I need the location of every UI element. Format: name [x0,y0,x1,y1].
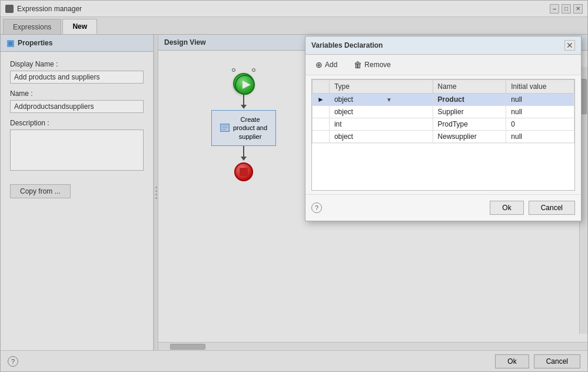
row-arrow: ► [313,94,330,106]
row-initial-value[interactable]: null [506,131,574,143]
row-name[interactable]: Newsupplier [433,131,506,143]
dialog-title-bar: Variables Declaration ✕ [305,36,581,55]
row-arrow [313,131,330,143]
row-initial-value[interactable]: null [506,106,574,118]
row-initial-value[interactable]: 0 [506,118,574,131]
table-header-row: Type Name Initial value [313,80,574,94]
row-type[interactable]: object [329,106,433,118]
modal-overlay: Variables Declaration ✕ ⊕ Add 🗑 Remove [1,1,587,371]
dialog-close-button[interactable]: ✕ [564,40,575,51]
row-name[interactable]: ProdType [433,118,506,131]
type-dropdown-button[interactable]: ▼ [385,97,393,103]
table-row[interactable]: int ProdType 0 [313,118,574,131]
remove-icon: 🗑 [354,60,362,69]
row-type[interactable]: object [329,131,433,143]
dialog-cancel-button[interactable]: Cancel [529,201,575,215]
add-button[interactable]: ⊕ Add [311,58,341,71]
row-name[interactable]: Supplier [433,106,506,118]
dialog-help-button[interactable]: ? [311,202,322,213]
variables-table: Type Name Initial value ► object [312,79,574,143]
add-icon: ⊕ [315,60,323,69]
remove-button[interactable]: 🗑 Remove [350,58,395,71]
table-row[interactable]: ► object ▼ Product null [313,94,574,106]
col-type-header: Type [329,80,433,94]
dialog-ok-button[interactable]: Ok [490,201,523,215]
dialog-title: Variables Declaration [311,41,383,49]
col-name-header: Name [433,80,506,94]
dialog-toolbar: ⊕ Add 🗑 Remove [305,55,581,75]
table-row[interactable]: object Newsupplier null [313,131,574,143]
row-initial-value[interactable]: null [506,94,574,106]
table-wrapper: Type Name Initial value ► object [311,79,575,191]
dialog-footer: ? Ok Cancel [305,194,581,221]
variables-dialog: Variables Declaration ✕ ⊕ Add 🗑 Remove [305,36,582,221]
col-arrow [313,80,330,94]
table-container: Type Name Initial value ► object [305,75,581,194]
table-row[interactable]: object Supplier null [313,106,574,118]
row-type[interactable]: int [329,118,433,131]
row-type[interactable]: object ▼ [329,94,433,106]
table-empty-space [312,143,574,190]
col-initial-value-header: Initial value [506,80,574,94]
dialog-footer-buttons: Ok Cancel [490,201,575,215]
row-arrow [313,106,330,118]
main-window: Expression manager ‒ □ ✕ Expressions New… [0,0,588,372]
row-name[interactable]: Product [433,94,506,106]
row-arrow [313,118,330,131]
